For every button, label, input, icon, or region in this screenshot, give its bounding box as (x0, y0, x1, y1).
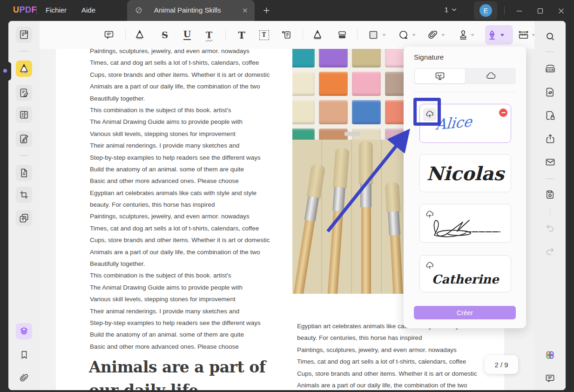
stamp-dropdown-icon[interactable] (471, 34, 474, 36)
menu-aide[interactable]: Aide (81, 6, 95, 14)
text-line: Times, cat and dog art sells a lot of t-… (297, 356, 477, 367)
signature-tool[interactable] (486, 29, 498, 41)
strikethrough-icon: S (162, 30, 168, 40)
text-line: Basic and other more advanced ones. Plea… (90, 341, 270, 352)
paint-pan (292, 49, 315, 68)
signature-panel-title: Signature (414, 53, 444, 61)
text-line: Beautifully together. (90, 258, 270, 270)
text-box-tool[interactable]: T (258, 29, 270, 41)
fill-sign-icon (19, 134, 29, 144)
sidebar-item-reader[interactable] (16, 27, 32, 43)
convert-pages-icon (19, 213, 29, 223)
cloud-upload-icon[interactable] (423, 259, 436, 272)
minimize-button[interactable] (513, 5, 525, 16)
sidebar-item-save[interactable] (542, 186, 558, 203)
document-tab[interactable]: Animal Painting Skills (127, 0, 255, 21)
comment-tool[interactable] (103, 29, 115, 41)
signature-item-nicolas[interactable]: Nicolas (419, 154, 511, 192)
text-line: Animals are a part of our daily life, th… (297, 379, 477, 390)
delete-signature-icon[interactable] (499, 108, 507, 117)
sidebar-item-ai-assistant[interactable] (542, 347, 558, 363)
rectangle-shape-tool[interactable] (367, 29, 379, 41)
sidebar-item-redo[interactable] (542, 243, 558, 259)
sidebar-item-fill-sign[interactable] (16, 131, 32, 147)
attachment-dropdown-icon[interactable] (441, 34, 445, 36)
sidebar-item-annotate[interactable] (16, 61, 32, 77)
sidebar-item-page-comment[interactable] (542, 370, 558, 386)
text-tool[interactable]: T (236, 29, 248, 41)
sidebar-item-undo[interactable] (542, 220, 558, 236)
sidebar-collapse-notch[interactable] (8, 62, 11, 81)
notch-dot-icon (3, 69, 7, 73)
sidebar-item-edit[interactable] (16, 85, 32, 101)
attachment-tool[interactable] (427, 29, 439, 41)
sidebar-item-crop[interactable] (16, 187, 32, 203)
tab-device-signatures[interactable] (415, 69, 465, 83)
edit-page-icon (19, 88, 29, 98)
text-line: Paintings, sculptures, jewelry, and even… (90, 210, 270, 222)
callout-tool[interactable] (280, 29, 292, 41)
signature-item-scribble[interactable] (419, 204, 511, 243)
left-sidebar (8, 21, 40, 390)
sidebar-item-share[interactable] (542, 130, 558, 147)
rectangle-shape-icon (368, 29, 379, 41)
signature-dropdown-icon[interactable] (500, 34, 504, 36)
sidebar-item-protect[interactable] (542, 107, 558, 123)
document-lock-icon (545, 110, 556, 121)
squiggly-tool[interactable]: T (203, 29, 215, 41)
document-heading: Animals are a part of (89, 358, 265, 376)
convert-document-icon (545, 87, 556, 98)
highlight-tool[interactable] (134, 29, 146, 41)
stamp-tool[interactable] (457, 29, 469, 41)
sidebar-item-organize[interactable] (16, 107, 32, 123)
paint-pan (319, 100, 348, 124)
sidebar-item-mail[interactable] (542, 154, 558, 170)
sidebar-item-convert-document[interactable] (542, 84, 558, 100)
draft-circle-icon (135, 6, 143, 14)
sidebar-item-bookmark[interactable] (16, 346, 32, 363)
sidebar-item-convert[interactable] (16, 210, 32, 226)
underline-tool[interactable]: U (181, 29, 193, 41)
panel-divider (414, 92, 516, 92)
rectangle-shape-dropdown-icon[interactable] (382, 34, 386, 36)
pencil-tool[interactable] (311, 29, 324, 41)
maximize-button[interactable] (534, 5, 546, 16)
circle-shape-dropdown-icon[interactable] (412, 34, 416, 36)
page-number-dropdown[interactable]: 1 (445, 6, 457, 14)
text-line: Paintings, sculptures, jewelry, and even… (297, 344, 477, 356)
account-button[interactable]: E (474, 1, 497, 20)
right-sidebar: OCR (534, 21, 566, 390)
sidebar-item-attachment[interactable] (16, 370, 32, 386)
text-icon: T (238, 29, 245, 41)
reader-icon (19, 29, 29, 40)
sidebar-item-ocr[interactable]: OCR (542, 61, 558, 77)
sidebar-item-pages[interactable] (16, 165, 32, 181)
page-number-value: 1 (445, 6, 448, 14)
close-button[interactable] (555, 5, 567, 16)
tab-close-icon[interactable] (241, 7, 249, 14)
measure-tool[interactable] (517, 29, 529, 41)
paint-pan (319, 72, 348, 96)
annotation-toolbar: S U T T T (40, 21, 534, 49)
text-line: Times, cat and dog art sells a lot of t-… (90, 57, 270, 68)
menu-fichier[interactable]: Fichier (46, 6, 67, 14)
tab-cloud-signatures[interactable] (466, 68, 516, 84)
left-text-column: Paintings, sculptures, jewelry, and even… (90, 49, 270, 352)
sidebar-item-layers[interactable] (16, 323, 32, 339)
page-indicator[interactable]: 2 / 9 (485, 355, 518, 374)
circle-shape-tool[interactable] (398, 29, 410, 41)
sidebar-divider (546, 178, 554, 179)
new-tab-icon[interactable] (262, 6, 271, 15)
signature-item-catherine[interactable]: Catherine (419, 255, 511, 292)
squiggly-underline-icon: T (206, 30, 212, 40)
eraser-tool[interactable] (336, 29, 348, 41)
paint-pan (292, 100, 315, 124)
tab-title: Animal Painting Skills (154, 6, 221, 14)
strikethrough-tool[interactable]: S (159, 29, 171, 41)
ocr-icon: OCR (544, 63, 556, 74)
signature-panel: Signature Alice Nicolas Cat (404, 47, 526, 328)
sidebar-splitter[interactable] (550, 207, 550, 217)
sidebar-item-search[interactable] (542, 28, 558, 45)
underline-icon: U (183, 30, 191, 40)
create-signature-button[interactable]: Créer (414, 306, 516, 319)
